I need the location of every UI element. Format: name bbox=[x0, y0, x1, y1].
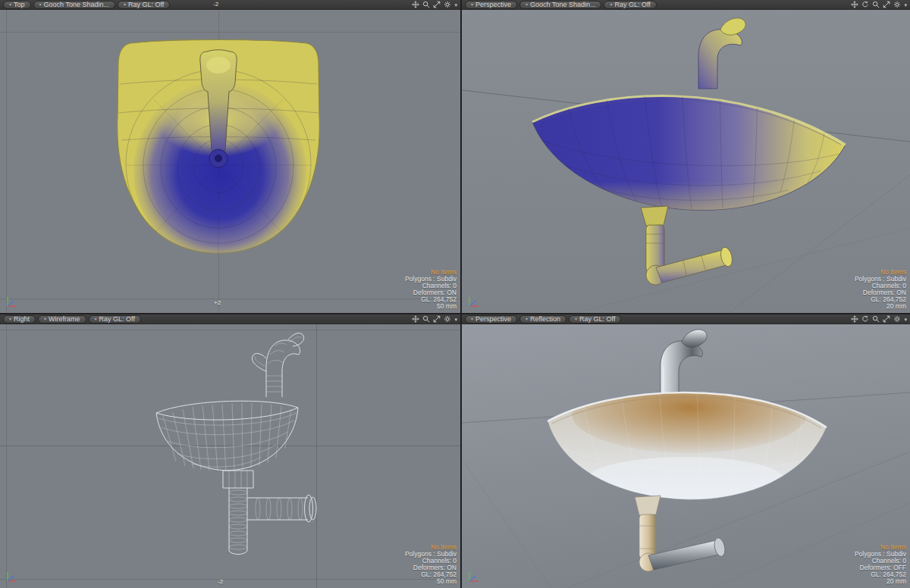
settings-icon[interactable] bbox=[893, 1, 901, 8]
view-selector-button[interactable]: ▾ Top bbox=[3, 1, 31, 9]
pan-icon[interactable] bbox=[412, 1, 419, 8]
viewport-canvas-right[interactable]: No Items Polygons : Subdiv Channels: 0 D… bbox=[0, 324, 460, 588]
chevron-down-icon[interactable]: ▾ bbox=[454, 317, 457, 322]
raygl-label: Ray GL: Off bbox=[614, 2, 650, 8]
viewport-top: ▾ Top ▾ Gooch Tone Shadin... ▾ Ray GL: O… bbox=[0, 0, 460, 313]
modeling-app-quad-view: { "colors": { "gooch_blue": "#3534a4", "… bbox=[0, 0, 910, 588]
shading-selector-label: Gooch Tone Shadin... bbox=[44, 2, 109, 8]
raygl-button[interactable]: ▾ Ray GL: Off bbox=[118, 1, 170, 9]
shading-selector-button[interactable]: ▾ Reflection bbox=[519, 315, 566, 324]
shading-selector-label: Wireframe bbox=[49, 316, 80, 323]
maximize-icon[interactable] bbox=[883, 315, 890, 323]
sink-top-view bbox=[0, 10, 460, 313]
raygl-button[interactable]: ▾ Ray GL: Off bbox=[89, 315, 141, 324]
viewport-canvas-perspective-reflection[interactable]: No Items Polygons : Subdiv Channels: 0 D… bbox=[462, 324, 910, 588]
viewport-perspective-gooch: ▾ Perspective ▾ Gooch Tone Shadin... ▾ R… bbox=[462, 0, 910, 313]
drain bbox=[209, 149, 228, 167]
raygl-button[interactable]: ▾ Ray GL: Off bbox=[604, 1, 656, 9]
viewport-controls: ▾ bbox=[851, 1, 907, 8]
sink-perspective-gooch-view bbox=[462, 10, 910, 313]
chevron-down-icon: ▾ bbox=[610, 2, 612, 7]
chevron-down-icon: ▾ bbox=[9, 2, 11, 7]
zoom-icon[interactable] bbox=[422, 315, 430, 323]
viewport-controls: ▾ bbox=[851, 315, 907, 323]
chevron-down-icon: ▾ bbox=[526, 2, 528, 7]
sink-rendered-view bbox=[462, 324, 910, 588]
maximize-icon[interactable] bbox=[433, 1, 441, 8]
basin-outline bbox=[156, 401, 298, 471]
view-selector-label: Perspective bbox=[475, 316, 511, 323]
viewport-header: ▾ Perspective ▾ Reflection ▾ Ray GL: Off… bbox=[462, 314, 910, 324]
chevron-down-icon: ▾ bbox=[575, 317, 577, 321]
viewport-perspective-reflection: ▾ Perspective ▾ Reflection ▾ Ray GL: Off… bbox=[462, 314, 910, 588]
settings-icon[interactable] bbox=[893, 315, 901, 323]
viewport-controls: ▾ bbox=[412, 315, 457, 323]
zoom-icon[interactable] bbox=[422, 1, 430, 8]
faucet bbox=[266, 340, 300, 397]
viewport-header: ▾ Right ▾ Wireframe ▾ Ray GL: Off ▾ bbox=[0, 314, 460, 324]
pan-icon[interactable] bbox=[851, 1, 858, 8]
chevron-down-icon: ▾ bbox=[9, 317, 11, 321]
chevron-down-icon: ▾ bbox=[526, 317, 528, 321]
chevron-down-icon: ▾ bbox=[39, 2, 42, 7]
shading-selector-button[interactable]: ▾ Gooch Tone Shadin... bbox=[519, 1, 601, 9]
viewport-canvas-top[interactable]: No Items Polygons : Subdiv Channels: 0 D… bbox=[0, 10, 460, 313]
chevron-down-icon[interactable]: ▾ bbox=[454, 2, 457, 8]
view-selector-label: Perspective bbox=[475, 2, 511, 8]
raygl-label: Ray GL: Off bbox=[128, 2, 164, 8]
viewport-header: ▾ Perspective ▾ Gooch Tone Shadin... ▾ R… bbox=[462, 0, 910, 10]
drain-block bbox=[223, 471, 253, 488]
maximize-icon[interactable] bbox=[883, 1, 890, 8]
pan-icon[interactable] bbox=[851, 315, 858, 323]
shading-selector-label: Gooch Tone Shadin... bbox=[530, 2, 595, 8]
chevron-down-icon: ▾ bbox=[124, 2, 126, 7]
pan-icon[interactable] bbox=[412, 315, 419, 323]
sink-wireframe-view bbox=[0, 324, 460, 588]
view-selector-label: Top bbox=[14, 2, 25, 8]
wall-flange bbox=[305, 495, 313, 522]
view-selector-button[interactable]: ▾ Right bbox=[3, 315, 36, 324]
rotate-icon[interactable] bbox=[861, 315, 869, 323]
zoom-icon[interactable] bbox=[872, 1, 880, 8]
shading-selector-button[interactable]: ▾ Wireframe bbox=[38, 315, 86, 324]
maximize-icon[interactable] bbox=[433, 315, 441, 323]
viewport-right: ▾ Right ▾ Wireframe ▾ Ray GL: Off ▾ -2 bbox=[0, 314, 460, 588]
rotate-icon[interactable] bbox=[861, 1, 869, 8]
view-selector-button[interactable]: ▾ Perspective bbox=[465, 315, 517, 324]
chevron-down-icon[interactable]: ▾ bbox=[904, 2, 907, 8]
settings-icon[interactable] bbox=[444, 1, 451, 8]
viewport-canvas-perspective-gooch[interactable]: No Items Polygons : Subdiv Channels: 0 D… bbox=[462, 10, 910, 313]
raygl-label: Ray GL: Off bbox=[99, 316, 135, 323]
wireframe-mesh bbox=[158, 337, 303, 549]
settings-icon[interactable] bbox=[444, 315, 451, 323]
chevron-down-icon: ▾ bbox=[44, 317, 46, 321]
shading-selector-label: Reflection bbox=[530, 316, 560, 323]
raygl-label: Ray GL: Off bbox=[579, 316, 615, 323]
zoom-icon[interactable] bbox=[872, 315, 880, 323]
viewport-header: ▾ Top ▾ Gooch Tone Shadin... ▾ Ray GL: O… bbox=[0, 0, 460, 10]
chevron-down-icon: ▾ bbox=[471, 2, 473, 7]
viewport-controls: ▾ bbox=[412, 1, 457, 8]
shading-selector-button[interactable]: ▾ Gooch Tone Shadin... bbox=[33, 1, 115, 9]
chevron-down-icon[interactable]: ▾ bbox=[904, 317, 907, 322]
chevron-down-icon: ▾ bbox=[95, 317, 97, 321]
view-selector-label: Right bbox=[14, 316, 30, 323]
chevron-down-icon: ▾ bbox=[471, 317, 473, 321]
raygl-button[interactable]: ▾ Ray GL: Off bbox=[569, 315, 621, 324]
view-selector-button[interactable]: ▾ Perspective bbox=[465, 1, 517, 9]
